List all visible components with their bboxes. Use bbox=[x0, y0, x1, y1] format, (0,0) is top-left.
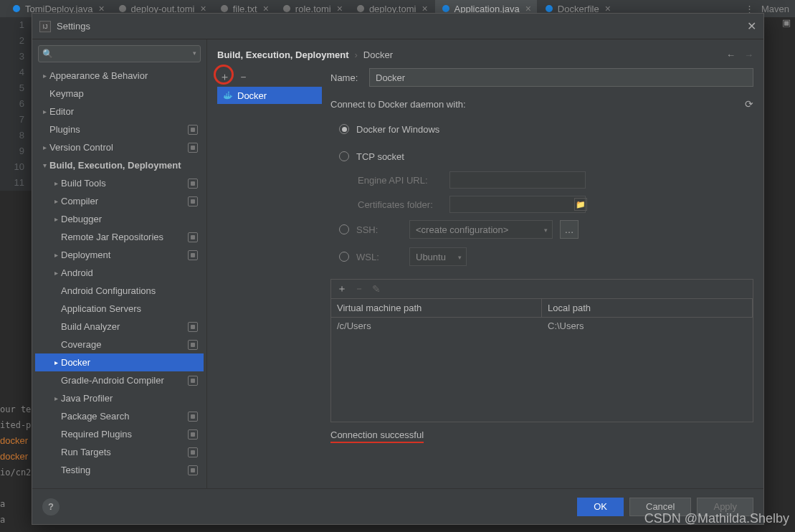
line-number: 5 bbox=[0, 80, 32, 96]
chevron-down-icon[interactable]: ▾ bbox=[193, 49, 196, 57]
file-icon bbox=[356, 4, 366, 14]
tree-item-build-execution-deployment[interactable]: ▾Build, Execution, Deployment bbox=[35, 156, 204, 174]
add-icon[interactable]: ＋ bbox=[335, 282, 348, 295]
expand-icon[interactable]: ▸ bbox=[51, 269, 61, 277]
scope-badge-icon bbox=[188, 376, 198, 386]
radio-icon[interactable] bbox=[339, 252, 349, 262]
tree-item-appearance-behavior[interactable]: ▸Appearance & Behavior bbox=[35, 67, 204, 85]
line-number: 1 bbox=[0, 17, 32, 33]
tree-item-remote-jar-repositories[interactable]: Remote Jar Repositories bbox=[35, 228, 204, 246]
search-input[interactable] bbox=[38, 45, 201, 62]
tree-item-coverage[interactable]: Coverage bbox=[35, 336, 204, 353]
tree-item-required-plugins[interactable]: Required Plugins bbox=[35, 425, 204, 443]
scope-badge-icon bbox=[188, 322, 198, 332]
apply-button[interactable]: Apply bbox=[697, 498, 753, 516]
radio-icon[interactable] bbox=[339, 151, 349, 161]
tree-item-testing[interactable]: Testing bbox=[35, 461, 204, 479]
settings-tree[interactable]: ▸Appearance & BehaviorKeymap▸EditorPlugi… bbox=[35, 67, 204, 483]
back-icon[interactable]: ← bbox=[726, 49, 736, 60]
docker-service-label: Docker bbox=[237, 90, 267, 101]
svg-point-2 bbox=[221, 5, 228, 12]
docker-service-list[interactable]: Docker bbox=[217, 87, 322, 488]
engine-url-input bbox=[449, 171, 586, 189]
line-number: 11 bbox=[0, 175, 32, 191]
tree-item-deployment[interactable]: ▸Deployment bbox=[35, 246, 204, 264]
settings-search[interactable]: 🔍 ▾ bbox=[38, 45, 201, 62]
tree-item-application-servers[interactable]: Application Servers bbox=[35, 300, 204, 318]
close-icon[interactable]: ✕ bbox=[747, 19, 756, 33]
tree-item-run-targets[interactable]: Run Targets bbox=[35, 443, 204, 461]
tree-item-android-configurations[interactable]: Android Configurations bbox=[35, 282, 204, 300]
settings-dialog: IJ Settings ✕ 🔍 ▾ ▸Appearance & Behavior… bbox=[32, 13, 764, 525]
refresh-icon[interactable]: ⟳ bbox=[745, 98, 753, 110]
expand-icon[interactable]: ▸ bbox=[51, 251, 61, 259]
folder-icon: 📁 bbox=[574, 198, 587, 211]
help-icon[interactable]: ? bbox=[42, 498, 59, 516]
add-icon[interactable]: ＋ bbox=[217, 70, 232, 84]
scope-badge-icon bbox=[188, 125, 198, 135]
tree-item-plugins[interactable]: Plugins bbox=[35, 120, 204, 138]
tree-item-build-tools[interactable]: ▸Build Tools bbox=[35, 174, 204, 192]
tree-item-build-analyzer[interactable]: Build Analyzer bbox=[35, 318, 204, 336]
svg-point-5 bbox=[442, 5, 449, 12]
tree-item-docker[interactable]: ▸Docker bbox=[35, 353, 204, 371]
chevron-down-icon: ▾ bbox=[458, 254, 462, 261]
radio-wsl[interactable]: WSL: Ubuntu ▾ bbox=[339, 247, 753, 266]
path-row[interactable]: /c/UsersC:\Users bbox=[331, 318, 753, 334]
connection-status: Connection successful bbox=[330, 429, 753, 443]
expand-icon[interactable]: ▾ bbox=[39, 161, 49, 169]
remove-icon[interactable]: － bbox=[236, 70, 250, 84]
line-gutter: 1234567891011 bbox=[0, 17, 32, 191]
tree-item-trusted-locations[interactable]: Trusted Locations bbox=[35, 479, 204, 483]
presentation-icon: ▣ bbox=[782, 17, 791, 28]
expand-icon[interactable]: ▸ bbox=[51, 394, 61, 402]
radio-icon[interactable] bbox=[339, 124, 349, 134]
file-icon bbox=[219, 4, 229, 14]
tree-item-compiler[interactable]: ▸Compiler bbox=[35, 192, 204, 210]
expand-icon[interactable]: ▸ bbox=[39, 72, 49, 80]
tree-item-gradle-android-compiler[interactable]: Gradle-Android Compiler bbox=[35, 371, 204, 389]
line-number: 10 bbox=[0, 159, 32, 175]
radio-docker-windows[interactable]: Docker for Windows bbox=[339, 120, 753, 138]
file-icon bbox=[11, 4, 22, 14]
expand-icon[interactable]: ▸ bbox=[51, 179, 61, 187]
docker-service-item[interactable]: Docker bbox=[217, 87, 322, 104]
svg-point-3 bbox=[283, 5, 290, 12]
tree-item-version-control[interactable]: ▸Version Control bbox=[35, 138, 204, 156]
radio-ssh[interactable]: SSH: <create configuration> ▾ … bbox=[339, 220, 753, 239]
tree-item-java-profiler[interactable]: ▸Java Profiler bbox=[35, 389, 204, 407]
tree-item-android[interactable]: ▸Android bbox=[35, 264, 204, 282]
path-rows[interactable]: /c/UsersC:\Users bbox=[331, 318, 753, 422]
expand-icon[interactable]: ▸ bbox=[51, 358, 61, 366]
connect-label: Connect to Docker daemon with: bbox=[330, 99, 466, 110]
svg-point-4 bbox=[357, 5, 364, 12]
file-icon bbox=[544, 4, 554, 14]
forward-icon[interactable]: → bbox=[744, 49, 753, 60]
expand-icon[interactable]: ▸ bbox=[39, 143, 49, 151]
maven-toolwindow[interactable]: Maven bbox=[761, 4, 789, 14]
ssh-browse-button[interactable]: … bbox=[560, 220, 579, 239]
ok-button[interactable]: OK bbox=[577, 498, 624, 516]
radio-tcp[interactable]: TCP socket bbox=[339, 147, 753, 166]
file-icon bbox=[118, 4, 128, 14]
wsl-dropdown: Ubuntu ▾ bbox=[409, 247, 467, 266]
line-number: 6 bbox=[0, 96, 32, 112]
settings-content: Build, Execution, Deployment › Docker ← … bbox=[207, 39, 763, 488]
scope-badge-icon bbox=[188, 412, 198, 422]
cert-folder-input bbox=[449, 196, 586, 213]
expand-icon[interactable]: ▸ bbox=[51, 197, 61, 205]
dialog-titlebar: IJ Settings ✕ bbox=[32, 14, 763, 39]
radio-icon[interactable] bbox=[339, 224, 349, 234]
expand-icon[interactable]: ▸ bbox=[39, 108, 49, 115]
expand-icon[interactable]: ▸ bbox=[51, 215, 61, 223]
tree-item-editor[interactable]: ▸Editor bbox=[35, 103, 204, 120]
name-input[interactable] bbox=[369, 68, 753, 87]
cancel-button[interactable]: Cancel bbox=[629, 498, 691, 516]
scope-badge-icon bbox=[188, 465, 198, 475]
settings-sidebar: 🔍 ▾ ▸Appearance & BehaviorKeymap▸EditorP… bbox=[32, 39, 207, 488]
tree-item-keymap[interactable]: Keymap bbox=[35, 85, 204, 103]
scope-badge-icon bbox=[188, 447, 198, 457]
line-number: 7 bbox=[0, 112, 32, 128]
tree-item-package-search[interactable]: Package Search bbox=[35, 407, 204, 425]
tree-item-debugger[interactable]: ▸Debugger bbox=[35, 210, 204, 228]
